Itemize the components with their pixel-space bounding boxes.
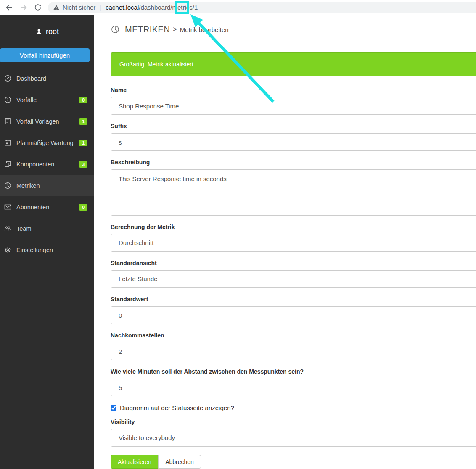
default-view-label: Standardansicht bbox=[111, 260, 476, 266]
document-lines-icon bbox=[4, 117, 12, 125]
sidebar-item-scheduled-maintenance[interactable]: Planmäßige Wartung 1 bbox=[0, 132, 94, 153]
form-group-visibility: Visibility Visible to everybody bbox=[111, 419, 476, 447]
default-view-select[interactable]: Letzte Stunde bbox=[111, 270, 476, 288]
description-textarea[interactable]: This Server Response time in seconds bbox=[111, 169, 476, 216]
gauge-icon bbox=[4, 74, 12, 82]
calculation-select[interactable]: Durchschnitt bbox=[111, 234, 476, 252]
forward-arrow-icon bbox=[19, 3, 28, 12]
page-title: METRIKEN bbox=[125, 25, 170, 34]
breadcrumb-separator: > bbox=[173, 26, 177, 33]
form-group-default-view: Standardansicht Letzte Stunde bbox=[111, 260, 476, 288]
sidebar-item-label: Dashboard bbox=[16, 75, 46, 82]
form-group-interval: Wie viele Minuten soll der Abstand zwisc… bbox=[111, 368, 476, 396]
add-incident-button[interactable]: Vorfall hinzufügen bbox=[0, 48, 90, 62]
decimal-places-label: Nachkommastellen bbox=[111, 332, 476, 339]
not-secure-warning-icon bbox=[53, 4, 60, 11]
back-arrow-icon bbox=[5, 3, 13, 12]
sidebar-item-settings[interactable]: Einstellungen bbox=[0, 239, 94, 261]
user-name: root bbox=[46, 27, 59, 36]
show-chart-checkbox[interactable] bbox=[111, 405, 116, 411]
interval-label: Wie viele Minuten soll der Abstand zwisc… bbox=[111, 368, 476, 375]
chart-visibility-checkbox-row: Diagramm auf der Statusseite anzeigen? bbox=[111, 404, 476, 411]
update-button[interactable]: Aktualisieren bbox=[111, 455, 159, 469]
form-group-decimal-places: Nachkommastellen bbox=[111, 332, 476, 360]
sidebar-item-label: Team bbox=[16, 225, 31, 232]
url-host: cachet.local bbox=[106, 4, 139, 11]
calendar-icon bbox=[4, 139, 12, 147]
decimal-places-input[interactable] bbox=[111, 343, 476, 360]
form-group-suffix: Suffix bbox=[111, 123, 476, 151]
cancel-button[interactable]: Abbrechen bbox=[158, 455, 201, 469]
reload-icon bbox=[34, 3, 42, 11]
visibility-label: Visibility bbox=[111, 419, 476, 425]
count-badge: 1 bbox=[79, 118, 87, 125]
sidebar-item-incident-templates[interactable]: Vorfall Vorlagen 1 bbox=[0, 111, 94, 132]
name-input[interactable] bbox=[111, 97, 476, 115]
security-status-label: Nicht sicher bbox=[63, 4, 95, 11]
info-circle-icon bbox=[4, 96, 12, 104]
form-group-default-value: Standardwert bbox=[111, 296, 476, 324]
browser-toolbar: Nicht sicher | cachet.local/dashboard/me… bbox=[0, 0, 476, 15]
pie-chart-icon bbox=[111, 25, 120, 34]
default-value-label: Standardwert bbox=[111, 296, 476, 303]
sidebar-item-label: Einstellungen bbox=[16, 247, 53, 253]
sidebar-item-label: Metriken bbox=[16, 182, 40, 189]
address-bar[interactable]: Nicht sicher | cachet.local/dashboard/me… bbox=[48, 2, 476, 13]
browser-reload-button[interactable] bbox=[32, 2, 44, 13]
sidebar-nav: Dashboard Vorfälle 0 Vorfall Vorlagen 1 bbox=[0, 68, 94, 261]
gear-icon bbox=[4, 246, 12, 254]
url-highlighted-segment: /1 bbox=[193, 4, 198, 11]
sidebar-item-label: Vorfälle bbox=[16, 97, 37, 103]
sidebar-item-label: Komponenten bbox=[16, 161, 54, 168]
breadcrumb-subtitle: Metrik bearbeiten bbox=[180, 26, 229, 33]
sidebar-item-team[interactable]: Team bbox=[0, 218, 94, 239]
interval-input[interactable] bbox=[111, 379, 476, 396]
user-icon bbox=[35, 28, 42, 35]
main-content: METRIKEN > Metrik bearbeiten Großartig. … bbox=[94, 15, 476, 469]
url-path: /dashboard/metrics bbox=[139, 4, 193, 11]
people-group-icon bbox=[4, 224, 12, 232]
form-group-name: Name bbox=[111, 87, 476, 115]
sidebar-item-dashboard[interactable]: Dashboard bbox=[0, 68, 94, 89]
sidebar-item-label: Planmäßige Wartung bbox=[16, 140, 74, 146]
calculation-label: Berechnung der Metrik bbox=[111, 224, 476, 230]
sidebar-item-label: Abonnenten bbox=[16, 204, 49, 211]
show-chart-label: Diagramm auf der Statusseite anzeigen? bbox=[120, 404, 234, 411]
envelope-icon bbox=[4, 203, 12, 211]
pie-chart-icon bbox=[4, 182, 12, 190]
form-group-calculation: Berechnung der Metrik Durchschnitt bbox=[111, 224, 476, 252]
count-badge: 3 bbox=[79, 161, 87, 168]
sidebar-item-components[interactable]: Komponenten 3 bbox=[0, 153, 94, 175]
success-alert: Großartig. Metrik aktualisiert. bbox=[111, 52, 476, 76]
sidebar-item-label: Vorfall Vorlagen bbox=[16, 118, 59, 125]
name-label: Name bbox=[111, 87, 476, 93]
page-header: METRIKEN > Metrik bearbeiten bbox=[94, 15, 476, 44]
browser-back-button[interactable] bbox=[3, 2, 15, 13]
user-profile[interactable]: root bbox=[0, 15, 94, 48]
count-badge: 1 bbox=[79, 140, 87, 146]
sidebar-item-incidents[interactable]: Vorfälle 0 bbox=[0, 89, 94, 111]
metric-edit-form: Großartig. Metrik aktualisiert. Name Suf… bbox=[94, 44, 476, 469]
copy-squares-icon bbox=[4, 160, 12, 168]
sidebar: root Vorfall hinzufügen Dashboard Vorfäl… bbox=[0, 15, 94, 469]
default-value-input[interactable] bbox=[111, 306, 476, 324]
form-group-description: Beschreibung This Server Response time i… bbox=[111, 159, 476, 216]
visibility-select[interactable]: Visible to everybody bbox=[111, 429, 476, 447]
form-actions: Aktualisieren Abbrechen bbox=[111, 455, 476, 469]
count-badge: 0 bbox=[79, 97, 87, 103]
suffix-input[interactable] bbox=[111, 133, 476, 151]
browser-forward-button[interactable] bbox=[18, 2, 29, 13]
sidebar-item-metrics[interactable]: Metriken bbox=[0, 175, 94, 196]
description-label: Beschreibung bbox=[111, 159, 476, 166]
suffix-label: Suffix bbox=[111, 123, 476, 129]
sidebar-item-subscribers[interactable]: Abonnenten 0 bbox=[0, 196, 94, 218]
count-badge: 0 bbox=[79, 204, 87, 211]
address-separator: | bbox=[100, 4, 101, 11]
